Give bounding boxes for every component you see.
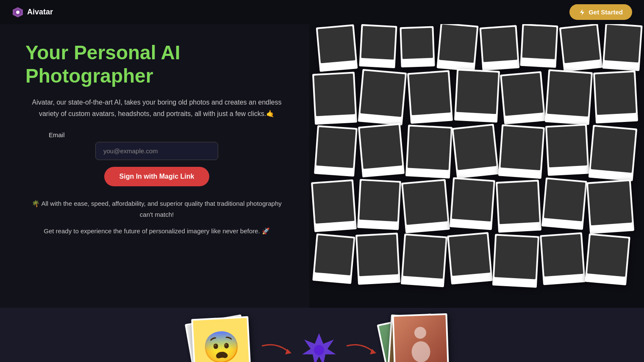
photo-card-front: 😨 [191,316,252,362]
signin-button[interactable]: Sign In with Magic Link [104,167,210,186]
photo-card [480,25,520,71]
result-photo-stack [383,314,457,362]
result-photo-3 [392,313,449,362]
logo-text: Aivatar [27,8,53,17]
photo-card [520,24,558,68]
photo-card [314,125,358,177]
get-started-label: Get Started [588,8,623,16]
photo-card [500,71,546,124]
svg-point-9 [411,341,430,362]
boring-emoji: 😨 [193,318,250,362]
photo-card [498,124,545,179]
photo-card [312,72,357,124]
logo-icon [12,6,24,18]
main-section: Your Personal AI Photographer Aivatar, o… [0,24,644,308]
photo-card [588,125,637,182]
logo: Aivatar [12,6,53,18]
photo-card [436,24,478,72]
svg-point-2 [16,11,19,14]
svg-point-8 [414,327,426,339]
photo-card [355,232,400,285]
hero-title: Your Personal AI Photographer [25,41,288,88]
arrow-1 [255,337,298,362]
photo-card [586,179,634,234]
photo-card [593,70,638,123]
photo-card [312,233,355,284]
hero-subtitle: Aivatar, our state-of-the-art AI, takes … [25,97,288,119]
bolt-icon [579,9,586,16]
form-section: Email Sign In with Magic Link [25,131,288,186]
photo-card [401,179,450,234]
email-input-wrap [25,142,288,160]
photo-card [357,179,401,230]
photo-card [401,234,447,287]
photo-card [602,24,642,71]
svg-marker-3 [580,9,584,15]
photo-card [541,177,587,230]
photo-card [359,24,397,68]
left-panel: Your Personal AI Photographer Aivatar, o… [0,24,309,308]
bottom-step-1: 😨 [188,315,255,362]
footer-text-1: 🌴 All with the ease, speed, affordabilit… [25,198,288,220]
photo-card [585,233,630,285]
photo-card [454,69,500,122]
bottom-section: 😨 [0,308,644,362]
email-input[interactable] [95,142,218,160]
photo-card [400,26,435,68]
ai-logo-step [298,329,340,362]
photo-card [316,24,358,72]
photo-card [540,232,586,285]
photo-card [405,124,452,178]
photo-card [358,69,407,126]
get-started-button[interactable]: Get Started [569,4,632,20]
photo-card [311,180,357,232]
footer-text-2: Get ready to experience the future of pe… [25,226,288,237]
photo-card [407,70,453,124]
photo-card [452,124,499,179]
photo-card [447,232,493,285]
svg-point-6 [314,345,324,355]
photo-card [492,234,539,287]
navbar: Aivatar Get Started [0,0,644,24]
photo-card [450,177,495,230]
photo-card [545,124,589,176]
photo-card [358,123,405,177]
right-photo-panel [309,24,644,308]
arrow-2 [340,337,383,362]
email-label: Email [25,131,65,138]
photo-card [545,69,593,125]
boring-photo-stack: 😨 [188,315,255,362]
photo-card [496,180,541,232]
photo-card [559,24,602,72]
photos-container [309,24,644,308]
